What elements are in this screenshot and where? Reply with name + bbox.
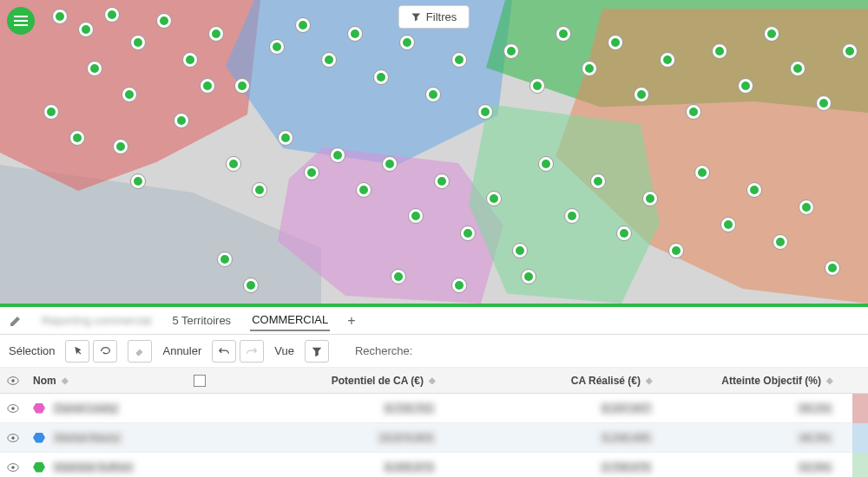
sort-icon[interactable]: ◆ (429, 376, 436, 385)
menu-button[interactable] (7, 7, 35, 35)
map-marker[interactable] (764, 26, 779, 42)
map-marker[interactable] (529, 78, 545, 94)
map-marker[interactable] (694, 165, 710, 180)
map-marker[interactable] (104, 7, 120, 23)
map-marker[interactable] (174, 113, 189, 128)
map-marker[interactable] (122, 87, 137, 102)
map-marker[interactable] (130, 173, 146, 189)
map-marker[interactable] (556, 26, 571, 42)
map-marker[interactable] (217, 252, 233, 267)
map-marker[interactable] (503, 43, 519, 59)
map-marker[interactable] (356, 182, 372, 198)
map-marker[interactable] (243, 278, 259, 293)
map-marker[interactable] (43, 104, 59, 120)
map-marker[interactable] (825, 260, 840, 276)
map-marker[interactable] (616, 225, 632, 241)
map-marker[interactable] (816, 95, 832, 111)
table-row[interactable]: Daniel Leahy8,726,7018,297,65795.1% (0, 394, 868, 423)
map-marker[interactable] (391, 269, 406, 284)
map-marker[interactable] (477, 104, 493, 120)
map-marker[interactable] (399, 35, 415, 50)
map-marker[interactable] (78, 22, 94, 37)
map-marker[interactable] (564, 208, 580, 224)
map-marker[interactable] (200, 78, 215, 94)
map-marker[interactable] (521, 269, 536, 284)
filters-button[interactable]: Filtres (398, 5, 470, 29)
map-marker[interactable] (538, 156, 554, 172)
map-marker[interactable] (130, 35, 146, 50)
eye-icon[interactable] (7, 462, 19, 473)
select-all-checkbox[interactable] (194, 375, 206, 387)
search-label: Recherche: (355, 344, 412, 357)
map-marker[interactable] (634, 87, 649, 102)
map-marker[interactable] (773, 234, 788, 250)
table-row[interactable]: Martial Maury10,874,8035,246,49548.3% (0, 423, 868, 453)
map-marker[interactable] (660, 52, 675, 68)
redo-button[interactable] (240, 340, 264, 363)
tab-blurred[interactable]: Reporting commercial (40, 310, 153, 330)
map-marker[interactable] (295, 17, 311, 33)
point-select-button[interactable] (65, 340, 89, 363)
edit-icon[interactable] (9, 314, 23, 328)
eye-icon[interactable] (7, 376, 19, 386)
tab-commercial[interactable]: COMMERCIAL (250, 310, 330, 331)
sort-icon[interactable]: ◆ (826, 376, 833, 385)
map-marker[interactable] (304, 165, 319, 180)
map-area[interactable]: Filtres (0, 0, 868, 304)
map-marker[interactable] (208, 26, 224, 42)
eye-icon[interactable] (7, 433, 19, 443)
map-marker[interactable] (712, 43, 727, 59)
map-marker[interactable] (373, 69, 389, 85)
funnel-icon (411, 12, 421, 22)
map-marker[interactable] (347, 26, 363, 42)
map-marker[interactable] (668, 243, 684, 258)
map-marker[interactable] (460, 225, 476, 241)
map-marker[interactable] (512, 243, 528, 258)
tab-territoires[interactable]: 5 Territoires (170, 310, 233, 330)
row-name: Daniel Leahy (52, 402, 120, 415)
map-marker[interactable] (69, 130, 85, 146)
map-marker[interactable] (182, 52, 198, 68)
lasso-select-button[interactable] (93, 340, 117, 363)
map-marker[interactable] (113, 139, 128, 154)
table-row[interactable]: Mathilde Suffren8,495,8732,798,67532.9% (0, 453, 868, 477)
map-marker[interactable] (87, 61, 102, 76)
map-marker[interactable] (278, 130, 293, 146)
map-marker[interactable] (720, 217, 736, 232)
map-marker[interactable] (746, 182, 762, 198)
sort-icon[interactable]: ◆ (646, 376, 653, 385)
map-marker[interactable] (686, 104, 701, 120)
sort-icon[interactable]: ◆ (62, 376, 69, 385)
svg-point-3 (11, 407, 15, 410)
map-marker[interactable] (226, 156, 241, 172)
map-marker[interactable] (582, 61, 597, 76)
map-marker[interactable] (330, 147, 345, 163)
map-marker[interactable] (425, 87, 441, 102)
map-marker[interactable] (434, 173, 450, 189)
undo-button[interactable] (212, 340, 236, 363)
map-marker[interactable] (790, 61, 806, 76)
map-marker[interactable] (590, 173, 606, 189)
map-marker[interactable] (408, 208, 424, 224)
eye-icon[interactable] (7, 403, 19, 414)
map-marker[interactable] (269, 39, 285, 55)
map-marker[interactable] (156, 13, 172, 29)
eraser-button[interactable] (128, 340, 152, 363)
view-filter-button[interactable] (305, 340, 329, 363)
map-marker[interactable] (799, 199, 814, 215)
row-name: Mathilde Suffren (52, 461, 135, 474)
map-marker[interactable] (52, 9, 68, 24)
map-marker[interactable] (486, 191, 502, 206)
map-marker[interactable] (642, 191, 658, 206)
add-tab-button[interactable]: + (347, 313, 355, 329)
map-marker[interactable] (451, 278, 467, 293)
pointer-icon (71, 345, 83, 357)
map-marker[interactable] (842, 43, 858, 59)
map-marker[interactable] (234, 78, 250, 94)
map-marker[interactable] (738, 78, 753, 94)
map-marker[interactable] (382, 156, 398, 172)
map-marker[interactable] (252, 182, 267, 198)
map-marker[interactable] (321, 52, 337, 68)
map-marker[interactable] (451, 52, 467, 68)
map-marker[interactable] (608, 35, 623, 50)
